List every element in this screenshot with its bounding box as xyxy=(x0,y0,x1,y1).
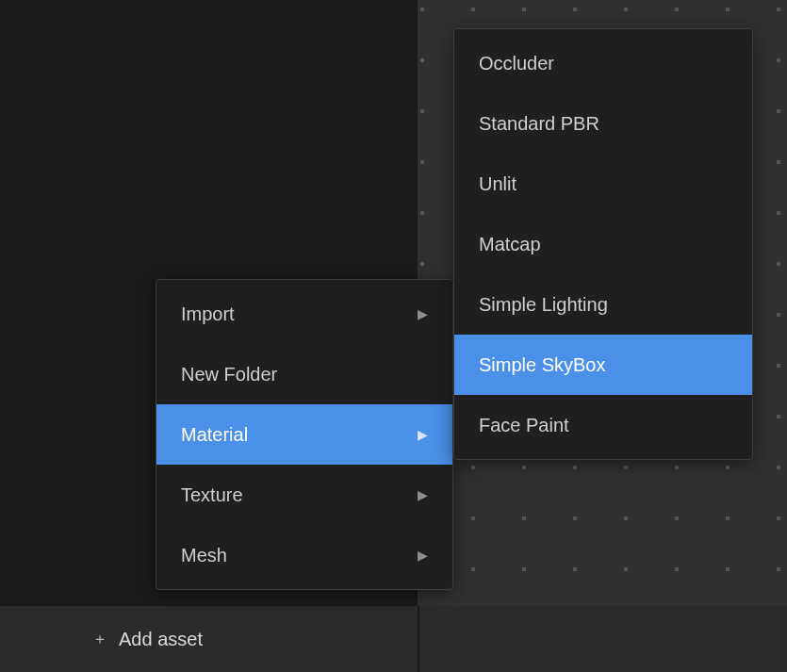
submenu-item-unlit[interactable]: Unlit xyxy=(454,154,752,214)
menu-item-label: New Folder xyxy=(181,364,277,385)
submenu-item-label: Unlit xyxy=(479,173,516,195)
submenu-item-label: Standard PBR xyxy=(479,113,599,135)
add-asset-button[interactable]: ＋ Add asset xyxy=(92,629,203,650)
add-asset-label: Add asset xyxy=(119,629,203,650)
chevron-right-icon: ▶ xyxy=(418,427,428,442)
context-menu: Import ▶ New Folder Material ▶ Texture ▶… xyxy=(156,279,453,590)
submenu-item-label: Simple Lighting xyxy=(479,294,608,316)
menu-item-import[interactable]: Import ▶ xyxy=(156,284,452,344)
submenu-item-matcap[interactable]: Matcap xyxy=(454,214,752,274)
menu-item-new-folder[interactable]: New Folder xyxy=(156,344,452,404)
footer-bar: ＋ Add asset xyxy=(0,606,787,672)
submenu-item-occluder[interactable]: Occluder xyxy=(454,33,752,93)
app-root: ＋ Add asset Import ▶ New Folder Material… xyxy=(0,0,787,672)
submenu-item-label: Face Paint xyxy=(479,415,569,436)
submenu-item-label: Simple SkyBox xyxy=(479,354,606,376)
material-submenu: Occluder Standard PBR Unlit Matcap Simpl… xyxy=(453,28,753,460)
submenu-item-label: Matcap xyxy=(479,234,541,255)
menu-item-label: Texture xyxy=(181,484,243,506)
menu-item-texture[interactable]: Texture ▶ xyxy=(156,465,452,525)
submenu-item-face-paint[interactable]: Face Paint xyxy=(454,395,752,455)
chevron-right-icon: ▶ xyxy=(418,306,428,321)
submenu-item-simple-lighting[interactable]: Simple Lighting xyxy=(454,274,752,335)
submenu-item-label: Occluder xyxy=(479,53,554,74)
submenu-item-standard-pbr[interactable]: Standard PBR xyxy=(454,93,752,154)
menu-item-label: Material xyxy=(181,424,248,446)
menu-item-label: Import xyxy=(181,303,235,325)
footer-divider xyxy=(418,606,419,672)
submenu-item-simple-skybox[interactable]: Simple SkyBox xyxy=(454,335,752,395)
menu-item-material[interactable]: Material ▶ xyxy=(156,404,452,465)
menu-item-mesh[interactable]: Mesh ▶ xyxy=(156,525,452,585)
chevron-right-icon: ▶ xyxy=(418,548,428,563)
plus-icon: ＋ xyxy=(92,631,107,647)
menu-item-label: Mesh xyxy=(181,545,227,566)
chevron-right-icon: ▶ xyxy=(418,487,428,502)
